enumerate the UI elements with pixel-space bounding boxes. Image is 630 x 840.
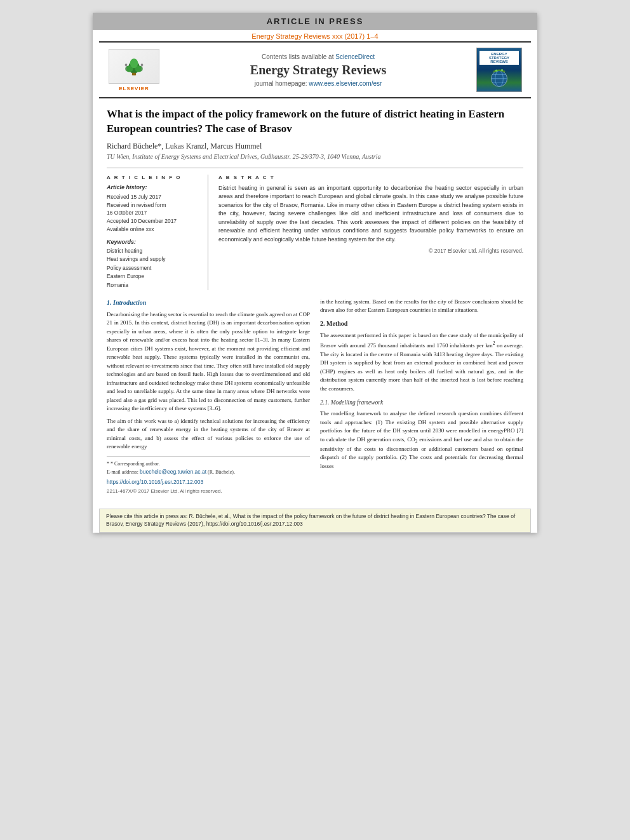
keyword-1: District heating — [107, 247, 201, 256]
affiliation: TU Wien, Institute of Energy Systems and… — [107, 153, 523, 160]
email-address[interactable]: buechele@eeg.tuwien.ac.at — [140, 469, 206, 475]
copyright: © 2017 Elsevier Ltd. All rights reserved… — [218, 248, 523, 254]
svg-point-6 — [125, 63, 128, 66]
doi-link[interactable]: https://doi.org/10.1016/j.esr.2017.12.00… — [107, 479, 203, 485]
doi-line: https://doi.org/10.1016/j.esr.2017.12.00… — [107, 479, 310, 486]
svg-point-8 — [141, 63, 144, 66]
homepage-link[interactable]: www.ees.elsevier.com/esr — [309, 80, 382, 87]
journal-title: Energy Strategy Reviews — [169, 63, 467, 77]
citation-text: Please cite this article in press as: R.… — [106, 513, 515, 527]
svg-rect-5 — [133, 73, 136, 76]
journal-header: ELSEVIER Contents lists available at Sci… — [99, 41, 531, 98]
abstract-header: A B S T R A C T — [218, 175, 523, 180]
revised-date: 16 October 2017 — [107, 209, 201, 217]
footnotes: * * Corresponding author. E-mail address… — [107, 457, 310, 495]
email-suffix: (R. Büchele). — [208, 469, 235, 475]
keyword-4: Eastern Europe — [107, 272, 201, 281]
svg-point-15 — [495, 69, 498, 72]
article-info-column: A R T I C L E I N F O Article history: R… — [107, 175, 208, 290]
article-in-press-banner: ARTICLE IN PRESS — [93, 13, 537, 30]
esr-title: ENERGYSTRATEGYREVIEWS — [479, 51, 519, 65]
section2-para: The assessment performed in this paper i… — [320, 331, 523, 394]
issn-line: 2211-467X/© 2017 Elsevier Ltd. All right… — [107, 488, 310, 495]
history-label: Article history: — [107, 184, 201, 190]
main-content: What is the impact of the policy framewo… — [93, 98, 537, 502]
citation-bar: Please cite this article in press as: R.… — [99, 509, 531, 533]
journal-homepage: journal homepage: www.ees.elsevier.com/e… — [169, 80, 467, 87]
issn-text: 2211-467X/© 2017 Elsevier Ltd. All right… — [107, 488, 222, 494]
elsevier-tree-icon — [118, 56, 150, 76]
section2-title: 2. Method — [320, 319, 523, 328]
article-info-header: A R T I C L E I N F O — [107, 175, 201, 180]
elsevier-label: ELSEVIER — [119, 86, 149, 91]
section2-1-para: The modelling framework to analyse the d… — [320, 410, 523, 470]
article-info-abstract: A R T I C L E I N F O Article history: R… — [107, 168, 523, 290]
banner-text: ARTICLE IN PRESS — [267, 17, 364, 26]
authors: Richard Büchele*, Lukas Kranzl, Marcus H… — [107, 142, 523, 151]
abstract-text: District heating in general is seen as a… — [218, 184, 523, 244]
corresponding-star: * — [107, 461, 109, 467]
body-left-column: 1. Introduction Decarbonising the heatin… — [107, 298, 310, 496]
elsevier-logo-graphic — [109, 49, 159, 84]
esr-logo-area: ENERGYSTRATEGYREVIEWS — [474, 48, 525, 92]
abstract-column: A B S T R A C T District heating in gene… — [218, 175, 523, 290]
section1-title: 1. Introduction — [107, 298, 310, 307]
journal-ref-text: Energy Strategy Reviews xxx (2017) 1–4 — [251, 32, 378, 40]
available-online: Available online xxx — [107, 225, 201, 234]
section2-1-title: 2.1. Modelling framework — [320, 398, 523, 407]
keyword-5: Romania — [107, 281, 201, 290]
corresponding-label: * Corresponding author. — [111, 461, 160, 467]
keyword-3: Policy assessment — [107, 264, 201, 273]
elsevier-logo-area: ELSEVIER — [105, 49, 163, 91]
esr-logo-graphic: ENERGYSTRATEGYREVIEWS — [476, 48, 522, 92]
sciencedirect-line: Contents lists available at ScienceDirec… — [169, 53, 467, 60]
accepted-date: Accepted 10 December 2017 — [107, 217, 201, 225]
homepage-prefix: journal homepage: — [255, 80, 307, 87]
corresponding-note: * * Corresponding author. — [107, 460, 310, 467]
body-content: 1. Introduction Decarbonising the heatin… — [107, 298, 523, 496]
page: ARTICLE IN PRESS Energy Strategy Reviews… — [93, 13, 537, 533]
journal-info: Contents lists available at ScienceDirec… — [163, 53, 474, 87]
received-date: Received 15 July 2017 — [107, 193, 201, 201]
keywords-label: Keywords: — [107, 239, 201, 245]
revised-label: Received in revised form — [107, 201, 201, 210]
svg-point-4 — [130, 58, 138, 68]
email-label: E-mail address: — [107, 469, 138, 475]
email-note: E-mail address: buechele@eeg.tuwien.ac.a… — [107, 469, 310, 476]
svg-point-16 — [501, 69, 503, 71]
sciencedirect-link[interactable]: ScienceDirect — [335, 53, 375, 60]
article-title: What is the impact of the policy framewo… — [107, 107, 523, 137]
sciencedirect-prefix: Contents lists available at — [262, 53, 333, 60]
keyword-2: Heat savings and supply — [107, 255, 201, 264]
section1-para1: Decarbonising the heating sector is esse… — [107, 310, 310, 413]
esr-globe-icon — [480, 66, 518, 89]
section1-para2: The aim of this work was to a) identify … — [107, 417, 310, 451]
section1-continuation: in the heating system. Based on the resu… — [320, 298, 523, 315]
body-right-column: in the heating system. Based on the resu… — [320, 298, 523, 496]
journal-ref: Energy Strategy Reviews xxx (2017) 1–4 — [93, 30, 537, 41]
